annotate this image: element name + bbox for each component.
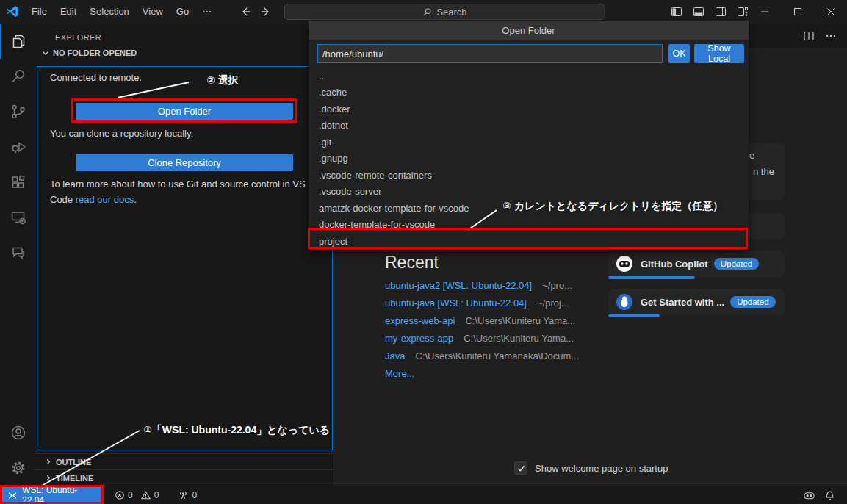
search-sidebar-icon[interactable] — [0, 59, 35, 94]
ok-button[interactable]: OK — [668, 44, 690, 63]
menu-view[interactable]: View — [136, 0, 170, 24]
recent-link[interactable]: Java — [385, 350, 405, 361]
recent-item[interactable]: my-express-app C:\Users\Kuniteru Yama... — [385, 333, 574, 348]
open-folder-dialog: Open Folder OK Show Local .. .cache .doc… — [309, 21, 749, 250]
folder-list-item[interactable]: .docker — [309, 101, 749, 118]
updated-badge: Updated — [714, 258, 759, 270]
more-actions-icon[interactable] — [825, 30, 837, 42]
menu-edit[interactable]: Edit — [54, 0, 83, 24]
menu-file[interactable]: File — [25, 0, 54, 24]
recent-item[interactable]: ubuntu-java [WSL: Ubuntu-22.04] ~/proj..… — [385, 298, 569, 312]
folder-list-item[interactable]: .gnupg — [309, 151, 749, 168]
check-icon — [516, 464, 526, 473]
folder-list-item[interactable]: .. — [309, 68, 749, 84]
run-debug-icon[interactable] — [0, 129, 35, 165]
walkthrough-progress-bar — [608, 276, 695, 279]
docs-period: . — [134, 194, 137, 205]
copilot-status-icon[interactable] — [799, 490, 820, 501]
walkthrough-progress-bar — [608, 314, 660, 317]
comments-icon[interactable] — [0, 235, 35, 270]
dialog-title: Open Folder — [309, 21, 749, 40]
show-welcome-label: Show welcome page on startup — [535, 463, 668, 474]
settings-gear-icon[interactable] — [0, 450, 35, 486]
menu-go[interactable]: Go — [170, 0, 195, 24]
remote-label: WSL: Ubuntu-22.04 — [22, 485, 97, 504]
clipped-text-fragment: n the — [753, 166, 774, 177]
close-icon[interactable] — [814, 0, 847, 24]
outline-section-header[interactable]: OUTLINE — [35, 453, 334, 469]
menu-overflow[interactable]: ⋯ — [195, 0, 218, 24]
warning-icon — [140, 490, 151, 500]
status-bar: WSL: Ubuntu-22.04 0 0 0 — [0, 486, 847, 504]
folder-list-item[interactable]: .cache — [309, 84, 749, 101]
forward-icon[interactable] — [260, 6, 272, 18]
section-focus-border — [37, 66, 333, 450]
recent-item[interactable]: express-web-api C:\Users\Kuniteru Yama..… — [385, 315, 575, 330]
back-icon[interactable] — [239, 6, 251, 18]
clipped-text-fragment: e — [749, 150, 754, 161]
explorer-icon[interactable] — [0, 24, 35, 59]
no-folder-section-header[interactable]: NO FOLDER OPENED — [41, 48, 137, 57]
extensions-icon[interactable] — [0, 165, 35, 200]
maximize-icon[interactable] — [781, 0, 814, 24]
folder-list-item[interactable]: .vscode-server — [309, 184, 749, 201]
ports-indicator[interactable]: 0 — [173, 490, 201, 500]
folder-list-item[interactable]: .vscode-remote-containers — [309, 167, 749, 184]
folder-list-item[interactable]: .git — [309, 134, 749, 151]
chevron-right-icon — [44, 458, 52, 466]
github-copilot-card[interactable]: GitHub Copilot Updated — [608, 251, 785, 277]
copilot-icon — [616, 255, 633, 273]
read-our-docs-link[interactable]: read our docs — [76, 194, 134, 205]
connected-remote-text: Connected to remote. — [50, 72, 142, 83]
recent-item[interactable]: Java C:\Users\Kuniteru Yamanaka\Docum... — [385, 350, 579, 365]
recent-path: C:\Users\Kuniteru Yama... — [465, 315, 575, 326]
recent-link[interactable]: express-web-api — [385, 315, 455, 326]
error-icon — [115, 490, 125, 500]
recent-link[interactable]: ubuntu-java2 [WSL: Ubuntu-22.04] — [385, 280, 532, 291]
remote-indicator[interactable]: WSL: Ubuntu-22.04 — [0, 486, 104, 504]
clone-hint-text: You can clone a repository locally. — [50, 128, 193, 139]
chevron-right-icon — [44, 474, 52, 482]
recent-path: ~/proj... — [537, 298, 569, 309]
clone-repository-button[interactable]: Clone Repository — [76, 154, 293, 171]
chevron-down-icon — [41, 48, 50, 57]
sidebar-title: EXPLORER — [55, 33, 101, 42]
ports-count: 0 — [192, 490, 197, 500]
more-link[interactable]: More... — [385, 368, 414, 379]
activity-bar — [0, 24, 35, 486]
command-center-search[interactable]: Search — [284, 4, 605, 20]
recent-link[interactable]: ubuntu-java [WSL: Ubuntu-22.04] — [385, 298, 527, 309]
open-folder-button[interactable]: Open Folder — [76, 103, 293, 120]
minimize-icon[interactable] — [748, 0, 781, 24]
recent-item[interactable]: ubuntu-java2 [WSL: Ubuntu-22.04] ~/pro..… — [385, 280, 572, 295]
show-local-button[interactable]: Show Local — [694, 44, 744, 63]
get-started-wsl-card[interactable]: Get Started with ... Updated — [608, 289, 785, 315]
recent-path: C:\Users\Kuniteru Yamanaka\Docum... — [415, 350, 579, 361]
no-folder-section-label: NO FOLDER OPENED — [53, 48, 137, 57]
vscode-logo — [0, 5, 25, 18]
recent-more[interactable]: More... — [385, 368, 414, 383]
timeline-section-header[interactable]: TIMELINE — [35, 469, 334, 486]
search-label: Search — [436, 7, 466, 18]
recent-link[interactable]: my-express-app — [385, 333, 453, 344]
source-control-icon[interactable] — [0, 94, 35, 129]
folder-path-input[interactable] — [317, 44, 663, 63]
notifications-bell-icon[interactable] — [820, 490, 840, 501]
card-title: Get Started with ... — [641, 297, 724, 308]
split-editor-icon[interactable] — [803, 30, 815, 42]
folder-list-item[interactable]: .dotnet — [309, 118, 749, 134]
show-welcome-checkbox[interactable] — [514, 461, 527, 475]
remote-icon — [7, 490, 18, 500]
accounts-icon[interactable] — [0, 415, 35, 450]
remote-explorer-icon[interactable] — [0, 200, 35, 235]
problems-indicator[interactable]: 0 0 — [110, 490, 163, 500]
recent-path: ~/pro... — [542, 280, 572, 291]
explorer-sidebar: EXPLORER NO FOLDER OPENED Connected to r… — [35, 24, 334, 486]
search-icon — [422, 7, 432, 17]
menu-selection[interactable]: Selection — [83, 0, 135, 24]
folder-list-item[interactable]: amatzk-docker-template-for-vscode — [309, 200, 749, 217]
error-count: 0 — [128, 490, 133, 500]
folder-list-item[interactable]: docker-template-for-vscode — [309, 217, 749, 234]
folder-list-item-project[interactable]: project — [309, 233, 749, 250]
card-title: GitHub Copilot — [641, 259, 708, 270]
